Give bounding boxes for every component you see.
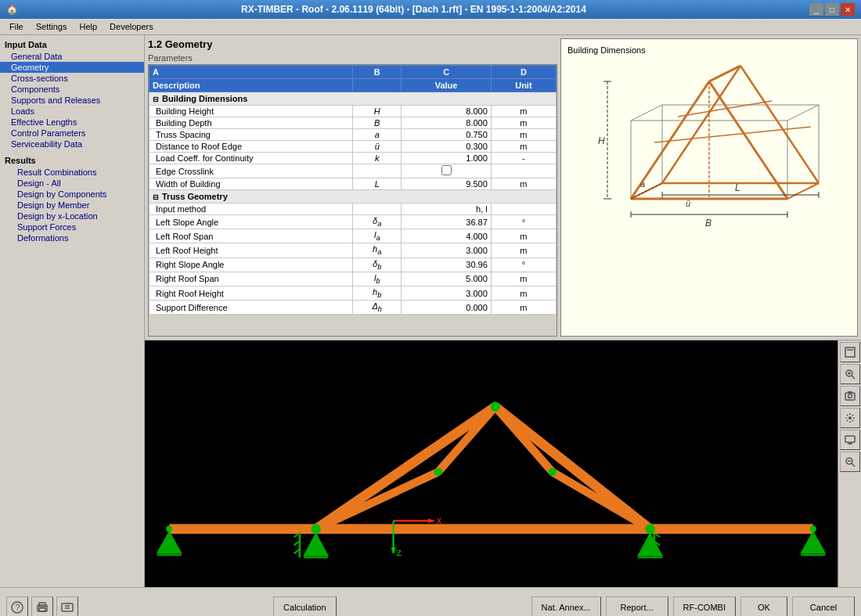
minimize-button[interactable]: _ [809,3,823,16]
svg-line-16 [740,66,819,183]
width-building-value[interactable]: 9.500 [402,178,491,190]
dist-roof-edge-desc: Distance to Roof Edge [150,141,353,153]
sidebar-item-components[interactable]: Components [0,84,144,95]
viz-zoom-out-btn[interactable] [840,452,860,472]
support-diff-unit: m [491,301,556,315]
viz-zoom-btn[interactable] [840,364,860,384]
input-data-header: Input Data [0,38,144,51]
edge-crosslink-symbol [353,164,402,178]
truss-spacing-value[interactable]: 0.750 [402,129,491,141]
truss-spacing-unit: m [491,129,556,141]
status-bar: ? Calculation Nat. Annex... Report... RF… [0,587,861,616]
support-diff-value[interactable]: 0.000 [402,301,491,315]
input-method-desc: Input method [150,204,353,215]
load-coeff-value[interactable]: 1.000 [402,153,491,164]
dist-roof-edge-value[interactable]: 0.300 [402,141,491,153]
svg-line-42 [316,407,495,529]
viz-display-btn[interactable] [840,430,860,450]
sidebar-item-general-data[interactable]: General Data [0,51,144,62]
report-button[interactable]: Report... [606,596,668,617]
sidebar-item-design-member[interactable]: Design by Member [0,200,144,211]
print-btn[interactable] [31,596,53,617]
sidebar-item-geometry[interactable]: Geometry [0,62,144,73]
right-roof-span-unit: m [491,272,556,286]
table-row: Left Slope Angle δa 36.87 ° [150,215,557,229]
building-depth-value[interactable]: 8.000 [402,117,491,129]
sidebar-item-design-components[interactable]: Design by Components [0,189,144,200]
load-coeff-symbol: k [353,153,402,164]
viz-toolbar [838,340,861,587]
building-height-desc: Building Height [150,106,353,117]
svg-text:x: x [437,515,442,526]
input-method-value[interactable]: h, l [402,204,491,215]
menu-settings[interactable]: Settings [30,20,74,33]
building-dim-title: Building Dimensions [567,45,646,55]
cancel-button[interactable]: Cancel [792,596,855,617]
sidebar-item-result-combinations[interactable]: Result Combinations [0,167,144,178]
svg-line-43 [495,407,650,529]
sidebar-item-deformations[interactable]: Deformations [0,232,144,243]
rf-combi-button[interactable]: RF-COMBI [673,596,736,617]
help-btn[interactable]: ? [6,596,28,617]
svg-rect-88 [845,436,855,442]
content-area: 1.2 Geometry Parameters [145,35,861,587]
svg-line-15 [709,81,787,199]
dist-roof-edge-symbol: ü [353,141,402,153]
left-slope-value[interactable]: 36.87 [402,215,491,229]
edge-crosslink-unit [491,164,556,178]
calculation-button[interactable]: Calculation [273,596,336,617]
menu-file[interactable]: File [3,20,30,33]
param-table: A B C D Description Value [149,65,557,315]
sidebar-item-control-params[interactable]: Control Parameters [0,128,144,139]
left-slope-symbol: δa [353,215,402,229]
right-roof-height-symbol: hb [353,286,402,300]
left-roof-span-value[interactable]: 4.000 [402,229,491,243]
svg-point-77 [810,526,816,532]
sidebar-item-support-forces[interactable]: Support Forces [0,222,144,232]
building-depth-desc: Building Depth [150,117,353,129]
left-roof-height-value[interactable]: 3.000 [402,243,491,258]
building-height-value[interactable]: 8.000 [402,106,491,117]
sidebar-item-serviceability[interactable]: Serviceability Data [0,139,144,149]
viz-settings-btn[interactable] [840,408,860,428]
right-slope-desc: Right Slope Angle [150,258,353,272]
window-controls: _ □ ✕ [809,3,855,16]
table-inner[interactable]: A B C D Description Value [149,65,557,315]
ok-button[interactable]: OK [740,596,787,617]
menu-developers[interactable]: Developers [103,20,160,33]
right-roof-height-value[interactable]: 3.000 [402,286,491,300]
export-btn[interactable] [56,596,78,617]
collapse-icon: ⊟ [153,95,159,103]
sidebar-item-design-all[interactable]: Design - All [0,178,144,189]
sidebar-item-design-xlocation[interactable]: Design by x-Location [0,211,144,222]
sidebar-item-loads[interactable]: Loads [0,106,144,117]
table-row: Right Roof Height hb 3.000 m [150,286,557,300]
col-b-header: B [353,66,402,79]
svg-line-14 [662,66,740,183]
width-building-unit: m [491,178,556,190]
edge-crosslink-checkbox[interactable] [402,164,491,178]
maximize-button[interactable]: □ [825,3,839,16]
svg-point-69 [548,468,556,476]
table-row: Support Difference Δh 0.000 m [150,301,557,315]
svg-text:?: ? [16,603,20,612]
right-slope-value[interactable]: 30.96 [402,258,491,272]
menu-bar: File Settings Help Developers [0,19,861,35]
building-height-unit: m [491,106,556,117]
nat-annex-button[interactable]: Nat. Annex... [531,596,601,617]
right-slope-unit: ° [491,258,556,272]
sidebar-item-effective-lengths[interactable]: Effective Lengths [0,117,144,128]
sidebar-item-cross-sections[interactable]: Cross-sections [0,73,144,84]
left-roof-span-symbol: la [353,229,402,243]
viz-camera-btn[interactable] [840,386,860,406]
viz-select-btn[interactable] [840,342,860,362]
close-button[interactable]: ✕ [841,3,855,16]
svg-line-5 [787,105,819,121]
sidebar-item-supports[interactable]: Supports and Releases [0,95,144,106]
app-icon: 🏠 [6,4,18,15]
right-roof-span-value[interactable]: 5.000 [402,272,491,286]
menu-help[interactable]: Help [73,20,103,33]
svg-text:B: B [705,218,711,229]
window-title: RX-TIMBER - Roof - 2.06.1119 (64bit) - [… [18,4,809,15]
svg-text:L: L [735,182,740,193]
